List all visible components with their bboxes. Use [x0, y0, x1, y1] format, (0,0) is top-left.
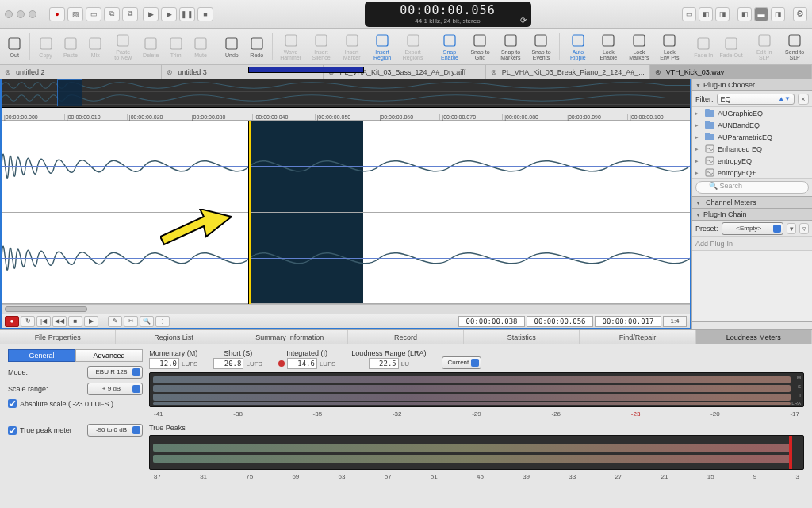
- horizontal-scrollbar[interactable]: [2, 304, 690, 314]
- tool-snap-grid[interactable]: Snap toGrid: [466, 33, 495, 60]
- overview[interactable]: [2, 79, 690, 108]
- close-icon[interactable]: ⊗: [655, 68, 661, 76]
- settings-segment[interactable]: General Advanced: [8, 349, 143, 362]
- panel-bottom-button[interactable]: ▬: [754, 7, 768, 21]
- playhead-cursor[interactable]: [249, 121, 251, 304]
- bottom-tab[interactable]: Find/Repair: [580, 330, 695, 344]
- filter-select[interactable]: EQ▲▼: [717, 94, 795, 105]
- bottom-tab[interactable]: File Properties: [0, 330, 116, 344]
- close-icon[interactable]: ⊗: [167, 68, 173, 76]
- svg-rect-10: [285, 35, 297, 46]
- document-tab[interactable]: ⊗PL_VHA_Kit_03_Break_Piano_2_124_A#_...: [486, 65, 650, 79]
- waveform-canvas[interactable]: [2, 121, 690, 304]
- tp-range-select[interactable]: -90 to 0 dB: [87, 424, 143, 437]
- panel-left-button[interactable]: ◧: [737, 7, 752, 21]
- tool-lock-markers[interactable]: LockMarkers: [625, 33, 653, 60]
- save-all-button[interactable]: ⧉: [122, 7, 138, 21]
- plugin-chooser-header[interactable]: Plug-In Chooser: [692, 79, 812, 91]
- plugin-chain-header[interactable]: Plug-In Chain: [692, 209, 812, 221]
- bottom-tab[interactable]: Regions List: [116, 330, 232, 344]
- transport-rew[interactable]: ◀◀: [52, 316, 67, 327]
- selection-length[interactable]: 00:00:00.017: [595, 316, 661, 327]
- tool-snap-enable[interactable]: SnapEnable: [435, 33, 464, 60]
- tool-insert-region[interactable]: InsertRegion: [368, 33, 396, 60]
- play-button[interactable]: ▶: [143, 7, 159, 21]
- layout-1-button[interactable]: ▭: [682, 7, 696, 21]
- plugin-item[interactable]: ▸AUNBandEQ: [692, 119, 812, 131]
- tool-pencil[interactable]: ✎: [108, 316, 122, 327]
- layout-2-button[interactable]: ◧: [699, 7, 713, 21]
- plugin-item[interactable]: ▸Enhanced EQ: [692, 143, 812, 155]
- plugin-name: entropyEQ: [718, 157, 752, 165]
- selection-start[interactable]: 00:00:00.038: [458, 316, 525, 327]
- close-icon[interactable]: ⊗: [491, 68, 497, 76]
- plugin-item[interactable]: ▸entropyEQ: [692, 155, 812, 167]
- tool-env-pts[interactable]: LockEnv Pts: [656, 33, 684, 60]
- current-select[interactable]: Current: [442, 356, 481, 369]
- plugin-search-input[interactable]: 🔍 Search: [695, 181, 809, 194]
- open-button[interactable]: ▭: [86, 7, 102, 21]
- layout-3-button[interactable]: ◨: [715, 7, 730, 21]
- selection-bar[interactable]: [249, 67, 362, 72]
- bottom-tab[interactable]: Summary Information: [232, 330, 348, 344]
- bottom-tab[interactable]: Loudness Meters: [696, 330, 812, 344]
- time-display[interactable]: 00:00:00.056 44.1 kHz, 24 bit, stereo ⟳: [365, 2, 531, 27]
- panel-right-button[interactable]: ◨: [771, 7, 785, 21]
- save-button[interactable]: ⧉: [104, 7, 120, 21]
- plugin-item[interactable]: ▸AUParametricEQ: [692, 131, 812, 143]
- pause-button[interactable]: ❚❚: [179, 7, 195, 21]
- channel-meters-header[interactable]: Channel Meters: [692, 196, 812, 209]
- waveform-editor[interactable]: |00:00:00.000|00:00:00.010|00:00:00.020|…: [0, 79, 691, 329]
- preset-save[interactable]: ▾: [787, 223, 796, 234]
- transport-play[interactable]: ▶: [84, 316, 98, 327]
- tool-paste: Paste: [59, 36, 82, 58]
- tool-auto-ripple[interactable]: AutoRipple: [564, 33, 592, 60]
- tool-cut[interactable]: ✂: [124, 316, 138, 327]
- time-ruler[interactable]: |00:00:00.000|00:00:00.010|00:00:00.020|…: [2, 108, 690, 121]
- tool-undo[interactable]: Undo: [220, 36, 243, 58]
- bottom-tab[interactable]: Record: [348, 330, 464, 344]
- transport-start[interactable]: |◀: [36, 316, 51, 327]
- preset-del[interactable]: ▿: [799, 223, 809, 234]
- tool-zoom[interactable]: 🔍: [140, 316, 154, 327]
- plugin-list[interactable]: ▸AUGraphicEQ▸AUNBandEQ▸AUParametricEQ▸En…: [692, 107, 812, 178]
- zoom-ratio[interactable]: 1:4: [663, 316, 687, 327]
- true-peak-checkbox[interactable]: True peak meter: [8, 426, 72, 435]
- play-loop-button[interactable]: ▶: [161, 7, 177, 21]
- mode-select[interactable]: EBU R 128: [87, 366, 143, 379]
- scale-select[interactable]: + 9 dB: [87, 383, 143, 395]
- plugin-item[interactable]: ▸AUGraphicEQ: [692, 107, 812, 119]
- seg-advanced[interactable]: Advanced: [75, 349, 143, 362]
- record-button[interactable]: ●: [49, 7, 65, 21]
- document-tab[interactable]: ⊗VTH_Kick_03.wav: [650, 65, 812, 79]
- transport-record[interactable]: ●: [5, 316, 19, 327]
- tool-redo[interactable]: Redo: [246, 36, 268, 58]
- tool-snap-events[interactable]: Snap toEvents: [527, 33, 556, 60]
- tool-mix: Mix: [84, 36, 106, 58]
- window-zoom-icon[interactable]: [29, 10, 36, 18]
- tool-out[interactable]: Out: [3, 36, 25, 58]
- selection-end[interactable]: 00:00:00.056: [527, 316, 593, 327]
- transport-stop[interactable]: ■: [68, 316, 82, 327]
- close-icon[interactable]: ⊗: [5, 68, 11, 76]
- preset-select[interactable]: <Empty>: [722, 222, 783, 235]
- document-tab[interactable]: ⊗untitled 2: [0, 65, 162, 79]
- new-button[interactable]: ▧: [67, 7, 83, 21]
- stop-button[interactable]: ■: [197, 7, 213, 21]
- tool-hand[interactable]: ⋮: [155, 316, 170, 327]
- filter-clear[interactable]: ×: [798, 94, 809, 105]
- overview-selection[interactable]: [57, 79, 82, 106]
- bottom-tab[interactable]: Statistics: [464, 330, 580, 344]
- seg-general[interactable]: General: [8, 349, 75, 362]
- add-plugin-button[interactable]: Add Plug-In: [692, 237, 812, 251]
- tool-snap-markers[interactable]: Snap toMarkers: [496, 33, 525, 60]
- tool-send-slp[interactable]: Send toSLP: [780, 33, 809, 60]
- refresh-icon[interactable]: ⟳: [520, 16, 527, 25]
- settings-button[interactable]: ⚙: [793, 7, 807, 21]
- plugin-item[interactable]: ▸entropyEQ+: [692, 167, 812, 178]
- window-min-icon[interactable]: [17, 10, 25, 18]
- window-close-icon[interactable]: [5, 10, 13, 18]
- tool-lock-enable[interactable]: LockEnable: [595, 33, 623, 60]
- absolute-scale-checkbox[interactable]: Absolute scale ( -23.0 LUFS ): [8, 399, 143, 408]
- transport-loop[interactable]: ↻: [21, 316, 35, 327]
